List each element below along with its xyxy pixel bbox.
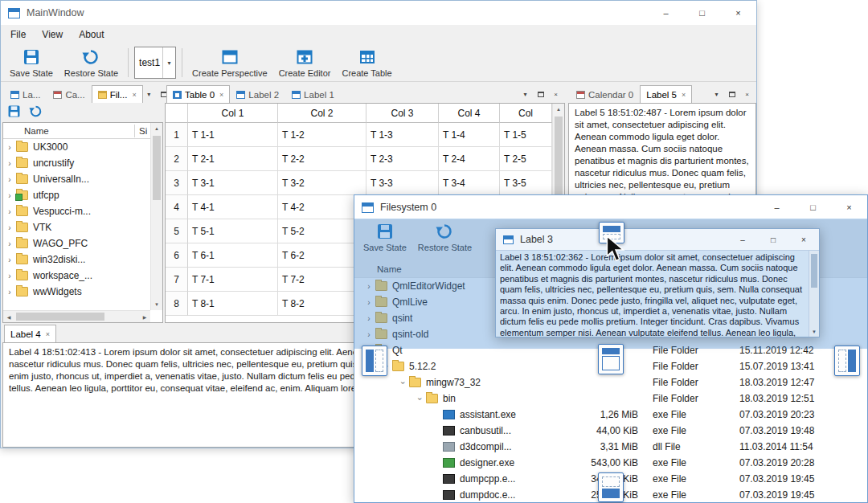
tab-label5[interactable]: Label 5 × [640, 85, 692, 103]
row-header[interactable]: 7 [166, 268, 188, 292]
table-cell[interactable]: T 2-3 [366, 147, 439, 171]
tab-filesystem[interactable]: Fil... × [92, 85, 143, 103]
file-tree-row[interactable]: canbusutil... 44,00 KiB exe File 07.03.2… [354, 423, 867, 439]
filesystem-titlebar[interactable]: Filesystem 0 – □ × [354, 195, 867, 219]
tab-table0[interactable]: Table 0 × [166, 85, 230, 103]
column-header[interactable]: Col 4 [439, 104, 500, 123]
column-header[interactable]: Col 2 [278, 104, 366, 123]
row-header[interactable]: 8 [166, 292, 188, 316]
row-header[interactable]: 6 [166, 243, 188, 268]
folder-tree-item[interactable]: › UniversalIn... [3, 171, 150, 187]
main-titlebar[interactable]: MainWindow – □ × [1, 1, 756, 25]
folder-tree-item[interactable]: › uncrustify [3, 155, 150, 171]
expander-icon[interactable]: › [3, 207, 16, 216]
folder-tree-item[interactable]: › WAGO_PFC [3, 235, 150, 251]
table-cell[interactable]: T 3-4 [439, 171, 500, 195]
row-header[interactable]: 1 [166, 123, 188, 147]
table-cell[interactable]: T 2-2 [278, 147, 366, 171]
table-cell[interactable]: T 6-1 [188, 243, 278, 268]
tab-calendar1[interactable]: Ca... [47, 85, 91, 103]
chevron-down-icon[interactable]: ▾ [162, 47, 175, 78]
close-button[interactable]: × [831, 195, 867, 219]
save-state-small-button[interactable] [7, 104, 21, 118]
expander-icon[interactable]: › [3, 191, 16, 200]
file-tree-row[interactable]: designer.exe 543,00 KiB exe File 07.03.2… [354, 455, 867, 471]
table-cell[interactable]: T 1-4 [439, 123, 500, 147]
scroll-down-button[interactable]: ▼ [809, 326, 819, 337]
create-perspective-button[interactable]: Create Perspective [186, 47, 273, 80]
minimize-button[interactable]: – [759, 195, 795, 219]
table-cell[interactable]: T 2-1 [188, 147, 278, 171]
dock-indicator-center[interactable] [598, 344, 624, 374]
folder-tree-item[interactable]: › wwWidgets [3, 284, 150, 300]
minimize-button[interactable]: – [648, 1, 684, 24]
file-tree-row[interactable]: assistant.exe 1,26 MiB exe File 07.03.20… [354, 407, 867, 423]
tab-close-icon[interactable]: × [219, 91, 223, 99]
menu-file[interactable]: File [2, 29, 34, 40]
tab-close-icon[interactable]: × [682, 91, 686, 99]
dock-menu-button[interactable]: ▾ [143, 88, 155, 100]
corner-header[interactable] [166, 104, 188, 123]
table-cell[interactable]: T 2-4 [439, 147, 500, 171]
label3-titlebar[interactable]: Label 3 – □ × [496, 229, 819, 251]
perspective-combo[interactable]: test1 ▾ [134, 47, 176, 79]
scroll-right-button[interactable]: ▶ [139, 311, 150, 322]
dock-float-button[interactable] [726, 88, 738, 100]
tab-label0[interactable]: La... [4, 85, 47, 103]
expander-icon[interactable]: › [3, 256, 16, 264]
maximize-button[interactable]: □ [758, 229, 788, 250]
row-header[interactable]: 2 [166, 147, 188, 171]
table-cell[interactable]: T 7-1 [188, 268, 278, 292]
name-column-header[interactable]: Name [3, 126, 134, 136]
close-button[interactable]: × [720, 1, 756, 24]
scroll-up-button[interactable]: ▲ [553, 104, 564, 115]
scrollbar-thumb[interactable] [811, 254, 817, 288]
table-cell[interactable]: T 5-1 [188, 219, 278, 243]
dock-close-button[interactable]: × [550, 88, 562, 100]
table-cell[interactable]: T 3-5 [500, 171, 552, 195]
tab-label4[interactable]: Label 4 × [4, 325, 56, 342]
row-header[interactable]: 4 [166, 195, 188, 219]
folder-tree-item[interactable]: › VTK [3, 219, 150, 235]
expander-icon[interactable]: › [3, 223, 16, 232]
scroll-down-button[interactable]: ▼ [151, 299, 162, 310]
scroll-left-button[interactable]: ◀ [3, 311, 14, 322]
column-header[interactable]: Col 1 [188, 104, 278, 123]
scroll-up-button[interactable]: ▲ [151, 123, 162, 134]
expander-icon[interactable]: › [3, 288, 16, 296]
file-tree-row[interactable]: › mingw73_32 File Folder 18.03.2019 12:4… [354, 374, 867, 391]
dock-menu-button[interactable]: ▾ [519, 88, 531, 100]
table-cell[interactable]: T 1-1 [188, 123, 278, 147]
table-cell[interactable]: T 3-2 [278, 171, 366, 195]
tab-calendar0[interactable]: Calendar 0 [570, 85, 640, 103]
maximize-button[interactable]: □ [795, 195, 831, 219]
menu-view[interactable]: View [34, 29, 71, 40]
file-tree-row[interactable]: d3dcompil... 3,31 MiB dll File 11.03.201… [354, 439, 867, 455]
table-cell[interactable]: T 4-1 [188, 195, 278, 219]
dock-indicator-bottom[interactable] [598, 472, 624, 502]
create-table-button[interactable]: Create Table [336, 47, 397, 80]
tab-label2[interactable]: Label 2 [230, 85, 285, 103]
row-header[interactable]: 5 [166, 219, 188, 243]
expander-icon[interactable]: › [3, 143, 16, 152]
restore-state-button[interactable]: Restore State [59, 47, 124, 80]
table-cell[interactable]: T 2-5 [500, 147, 552, 171]
folder-tree-item[interactable]: › UK3000 [3, 139, 150, 155]
minimize-button[interactable]: – [727, 229, 758, 250]
table-cell[interactable]: T 1-2 [278, 123, 366, 147]
table-cell[interactable]: T 8-1 [188, 292, 278, 316]
scrollbar-thumb[interactable] [16, 313, 104, 321]
table-cell[interactable]: T 3-1 [188, 171, 278, 195]
table-cell[interactable]: T 1-5 [500, 123, 552, 147]
table-cell[interactable]: T 3-3 [366, 171, 439, 195]
expander-icon[interactable]: › [3, 175, 16, 184]
expander-icon[interactable]: › [416, 392, 424, 405]
expander-icon[interactable]: › [3, 239, 16, 248]
tab-close-icon[interactable]: × [46, 330, 50, 338]
dock-indicator-right[interactable] [834, 346, 860, 376]
folder-tree-item[interactable]: › utfcpp [3, 187, 150, 203]
tab-label1[interactable]: Label 1 [285, 85, 341, 103]
expander-icon[interactable]: › [3, 272, 16, 280]
expander-icon[interactable]: › [3, 159, 16, 168]
maximize-button[interactable]: □ [684, 1, 720, 24]
